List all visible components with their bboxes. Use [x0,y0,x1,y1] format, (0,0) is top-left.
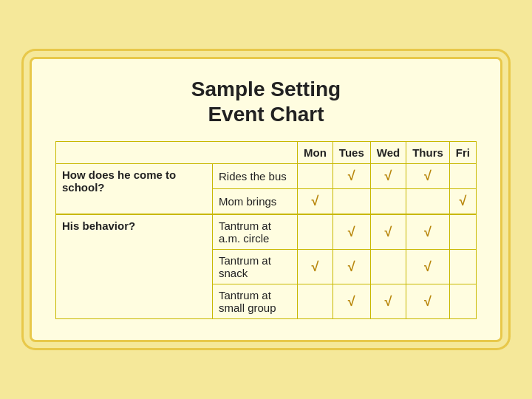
behavior-label-1-1: Tantrum at snack [213,250,298,284]
header-mon: Mon [298,142,333,164]
cell-1-2-wed: √ [370,284,406,319]
section-header-0: How does he come to school? [56,164,213,215]
card: Sample Setting Event Chart Mon Tues Wed … [30,57,502,342]
cell-1-1-tues: √ [332,250,370,284]
cell-0-1-thurs [406,189,450,215]
header-tues: Tues [332,142,370,164]
cell-1-0-fri [449,214,476,250]
cell-0-0-wed: √ [370,164,406,189]
section-header-1: His behavior? [56,214,213,319]
cell-1-2-tues: √ [332,284,370,319]
cell-1-1-fri [449,250,476,284]
header-fri: Fri [449,142,476,164]
cell-0-1-fri: √ [449,189,476,215]
cell-1-1-mon: √ [298,250,333,284]
cell-0-0-fri [449,164,476,189]
behavior-label-1-0: Tantrum at a.m. circle [213,214,298,250]
behavior-label-1-2: Tantrum at small group [213,284,298,319]
cell-1-0-wed: √ [370,214,406,250]
cell-1-1-thurs: √ [406,250,450,284]
cell-0-0-thurs: √ [406,164,450,189]
cell-1-0-mon [298,214,333,250]
page-title: Sample Setting Event Chart [55,77,477,126]
event-chart-table: Mon Tues Wed Thurs Fri How does he come … [55,141,477,319]
cell-1-0-thurs: √ [406,214,450,250]
cell-1-1-wed [370,250,406,284]
header-thurs: Thurs [406,142,450,164]
behavior-label-0-1: Mom brings [213,189,298,215]
header-empty [56,142,298,164]
cell-0-1-tues [332,189,370,215]
header-wed: Wed [370,142,406,164]
cell-0-0-tues: √ [332,164,370,189]
cell-1-2-fri [449,284,476,319]
cell-0-1-wed [370,189,406,215]
cell-1-0-tues: √ [332,214,370,250]
cell-0-0-mon [298,164,333,189]
cell-1-2-mon [298,284,333,319]
cell-1-2-thurs: √ [406,284,450,319]
behavior-label-0-0: Rides the bus [213,164,298,189]
cell-0-1-mon: √ [298,189,333,215]
